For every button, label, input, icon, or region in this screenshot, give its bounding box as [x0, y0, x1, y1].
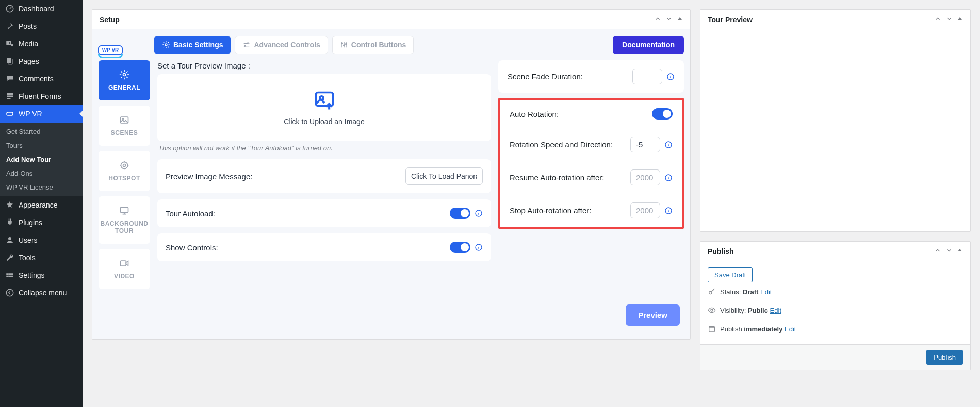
svg-rect-11	[9, 274, 11, 275]
panel-up-icon[interactable]	[654, 15, 661, 24]
preview-button[interactable]: Preview	[626, 304, 680, 326]
tour-autoload-toggle[interactable]	[450, 208, 470, 219]
info-icon[interactable]	[666, 73, 675, 81]
tab-advanced-controls[interactable]: Advanced Controls	[235, 36, 328, 54]
sidebar-item-tools[interactable]: Tools	[0, 249, 83, 266]
setup-metabox: Setup WP VR Basic Settings Advanced Co	[92, 9, 691, 340]
sidebar-item-dashboard[interactable]: Dashboard	[0, 0, 83, 18]
publish-title: Publish	[708, 247, 734, 256]
rotation-speed-label: Rotation Speed and Direction:	[510, 140, 613, 149]
sidebar-item-comments[interactable]: Comments	[0, 70, 83, 88]
status-edit-link[interactable]: Edit	[760, 288, 772, 296]
vtab-background-tour[interactable]: BACKGROUND TOUR	[99, 196, 150, 244]
sub-tours[interactable]: Tours	[0, 139, 83, 152]
tour-preview-canvas	[700, 29, 970, 231]
sidebar-item-posts[interactable]: Posts	[0, 18, 83, 35]
info-icon[interactable]	[664, 174, 673, 182]
svg-rect-15	[11, 276, 13, 277]
stop-rotation-label: Stop Auto-rotation after:	[510, 206, 591, 215]
comments-icon	[5, 74, 14, 83]
sidebar-item-users[interactable]: Users	[0, 231, 83, 249]
panel-down-icon[interactable]	[945, 15, 953, 24]
info-icon[interactable]	[475, 243, 483, 251]
svg-rect-8	[7, 112, 13, 115]
sidebar-item-appearance[interactable]: Appearance	[0, 196, 83, 214]
svg-rect-10	[7, 274, 8, 275]
svg-point-2	[11, 44, 13, 47]
sidebar-item-fluent-forms[interactable]: Fluent Forms	[0, 88, 83, 105]
gear-icon	[162, 41, 170, 49]
svg-rect-14	[9, 276, 11, 277]
save-draft-button[interactable]: Save Draft	[708, 267, 753, 282]
svg-point-21	[344, 45, 345, 46]
tab-control-buttons[interactable]: Control Buttons	[332, 36, 414, 54]
info-icon[interactable]	[664, 141, 673, 149]
svg-point-9	[8, 237, 11, 240]
svg-point-19	[244, 45, 246, 47]
panel-up-icon[interactable]	[934, 247, 941, 256]
sidebar-label: Appearance	[19, 201, 58, 209]
tour-preview-metabox: Tour Preview	[700, 9, 971, 232]
vtab-label: HOTSPOT	[108, 175, 140, 182]
visibility-label: Visibility:	[720, 307, 748, 314]
sidebar-item-plugins[interactable]: Plugins	[0, 214, 83, 231]
sidebar-item-wpvr[interactable]: WP VR	[0, 105, 83, 123]
wpvr-logo: WP VR	[93, 35, 127, 69]
rotation-speed-input[interactable]	[630, 137, 660, 152]
upload-image-area[interactable]: Click to Upload an Image	[157, 74, 491, 141]
tab-label: Advanced Controls	[254, 41, 320, 49]
svg-rect-3	[7, 58, 11, 63]
preview-message-input[interactable]	[405, 167, 483, 185]
stop-rotation-input[interactable]	[630, 202, 660, 218]
panel-toggle-icon[interactable]	[957, 15, 963, 24]
visibility-edit-link[interactable]: Edit	[770, 307, 781, 314]
sidebar-label: Pages	[19, 57, 39, 65]
schedule-value: immediately	[744, 325, 782, 333]
tab-basic-settings[interactable]: Basic Settings	[154, 36, 231, 54]
vtab-hotspot[interactable]: HOTSPOT	[99, 151, 150, 191]
auto-rotation-toggle[interactable]	[652, 108, 673, 120]
sub-add-new-tour[interactable]: Add New Tour	[0, 152, 83, 166]
publish-button[interactable]: Publish	[926, 350, 963, 365]
sidebar-item-settings[interactable]: Settings	[0, 266, 83, 284]
sub-get-started[interactable]: Get Started	[0, 125, 83, 139]
svg-rect-12	[11, 274, 13, 275]
panel-down-icon[interactable]	[945, 247, 953, 256]
upload-text: Click to Upload an Image	[284, 117, 364, 126]
main-content: Setup WP VR Basic Settings Advanced Co	[83, 0, 980, 407]
dashboard-icon	[5, 4, 14, 13]
vtab-label: VIDEO	[114, 273, 135, 280]
panel-toggle-icon[interactable]	[957, 247, 963, 256]
svg-point-22	[346, 43, 347, 45]
users-icon	[5, 235, 14, 245]
panel-up-icon[interactable]	[934, 15, 941, 24]
resume-rotation-input[interactable]	[630, 169, 660, 185]
info-icon[interactable]	[475, 209, 483, 217]
vtab-video[interactable]: VIDEO	[99, 249, 150, 289]
eye-icon	[708, 306, 716, 314]
vtab-scenes[interactable]: SCENES	[99, 106, 150, 146]
monitor-icon	[119, 206, 129, 216]
sub-license[interactable]: WP VR License	[0, 180, 83, 194]
sidebar-item-collapse[interactable]: Collapse menu	[0, 284, 83, 301]
documentation-button[interactable]: Documentation	[613, 36, 684, 54]
panel-toggle-icon[interactable]	[677, 15, 683, 24]
controls-icon	[340, 41, 348, 49]
panel-down-icon[interactable]	[665, 15, 673, 24]
pages-icon	[5, 57, 14, 66]
show-controls-toggle[interactable]	[450, 242, 470, 253]
schedule-edit-link[interactable]: Edit	[785, 325, 796, 333]
auto-rotation-highlight: Auto Rotation: Rotation Speed and Direct…	[498, 98, 684, 229]
info-icon[interactable]	[664, 207, 673, 215]
sidebar-label: Media	[19, 40, 38, 48]
sidebar-item-media[interactable]: Media	[0, 35, 83, 53]
svg-rect-40	[709, 326, 715, 332]
plugins-icon	[5, 218, 14, 227]
sub-addons[interactable]: Add-Ons	[0, 166, 83, 180]
sidebar-label: Collapse menu	[19, 289, 67, 297]
sidebar-item-pages[interactable]: Pages	[0, 53, 83, 70]
autoload-hint: This option will not work if the "Tour A…	[157, 141, 491, 152]
forms-icon	[5, 92, 14, 101]
scene-fade-input[interactable]	[632, 69, 662, 84]
publish-metabox: Publish Save Draft Status: Draft Edit Vi…	[700, 241, 971, 370]
